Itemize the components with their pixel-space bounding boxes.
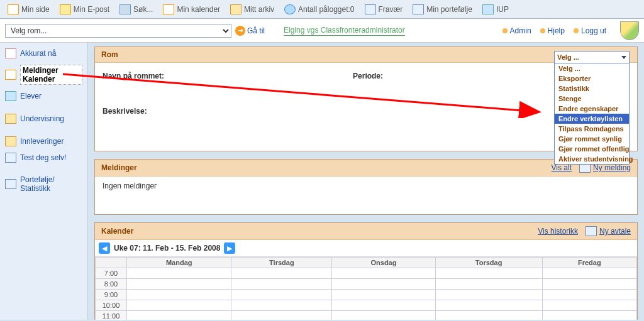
user-icon bbox=[5, 91, 16, 101]
menu-min-kalender[interactable]: Min kalender bbox=[159, 3, 224, 16]
dot-icon bbox=[574, 28, 579, 33]
calendar-cell[interactable] bbox=[127, 268, 231, 279]
calendar-cell[interactable] bbox=[542, 279, 636, 290]
rom-action-option[interactable]: Statistikk bbox=[555, 84, 629, 94]
next-week-button[interactable]: ▶ bbox=[224, 242, 235, 254]
sidebar-item-undervisning[interactable]: Undervisning bbox=[0, 111, 87, 127]
calendar-cell[interactable] bbox=[231, 290, 332, 300]
rom-action-option[interactable]: Gjør rommet synlig bbox=[555, 134, 629, 144]
calendar-cell[interactable] bbox=[332, 290, 435, 300]
document-icon bbox=[365, 4, 376, 14]
sidebar-item-portefolje-statistikk[interactable]: Portefølje/ Statistikk bbox=[0, 172, 87, 196]
new-appointment-link[interactable]: Ny avtale bbox=[586, 226, 631, 236]
calendar-cell[interactable] bbox=[127, 300, 231, 311]
menu-label: Mitt arkiv bbox=[244, 5, 274, 14]
calendar-cell[interactable] bbox=[231, 279, 332, 290]
dot-icon bbox=[540, 28, 545, 33]
meldinger-panel: Meldinger Vis alt Ny melding Ingen meldi… bbox=[94, 159, 638, 215]
new-appointment-icon bbox=[586, 226, 597, 236]
main-content: Rom Velg ... Velg ...EksporterStatistikk… bbox=[88, 43, 644, 320]
link-label: Logg ut bbox=[581, 26, 606, 35]
calendar-cell[interactable] bbox=[127, 290, 231, 300]
calendar-cell[interactable] bbox=[435, 300, 542, 311]
rom-action-select[interactable]: Velg ... Velg ...EksporterStatistikkSten… bbox=[554, 51, 630, 165]
sidebar-item-elever[interactable]: Elever bbox=[0, 88, 87, 104]
classfronter-admin-link[interactable]: Elging vgs Classfronteradministrator bbox=[284, 26, 405, 36]
room-select-dropdown[interactable]: Velg rom... bbox=[5, 24, 231, 38]
calendar-day-header: Fredag bbox=[542, 258, 636, 268]
calendar-cell[interactable] bbox=[332, 279, 435, 290]
menu-mitt-arkiv[interactable]: Mitt arkiv bbox=[226, 3, 278, 16]
menu-antall-palogget[interactable]: Antall pålogget:0 bbox=[280, 3, 358, 16]
no-messages-text: Ingen meldinger bbox=[103, 182, 157, 190]
rom-action-option[interactable]: Stenge bbox=[555, 94, 629, 104]
calendar-cell[interactable] bbox=[332, 268, 435, 279]
rom-action-option[interactable]: Velg ... bbox=[555, 63, 629, 73]
calendar-day-header: Mandag bbox=[127, 258, 231, 268]
calendar-time-cell: 10:00 bbox=[96, 300, 127, 311]
rom-action-select-head[interactable]: Velg ... bbox=[554, 51, 630, 63]
calendar-cell[interactable] bbox=[332, 300, 435, 311]
calendar-cell[interactable] bbox=[127, 279, 231, 290]
menu-fravaer[interactable]: Fravær bbox=[361, 3, 407, 16]
menu-label: Søk... bbox=[133, 5, 153, 14]
rom-action-option[interactable]: Endre verktøylisten bbox=[555, 114, 629, 124]
kalender-panel-header: Kalender Vis historikk Ny avtale bbox=[95, 223, 637, 240]
calendar-cell[interactable] bbox=[435, 290, 542, 300]
calendar-cell[interactable] bbox=[435, 268, 542, 279]
calendar-row: 11:00 bbox=[96, 311, 637, 320]
calendar-cell[interactable] bbox=[542, 268, 636, 279]
chevron-down-icon bbox=[621, 56, 626, 59]
menu-iup[interactable]: IUP bbox=[479, 3, 513, 16]
calendar-cell[interactable] bbox=[435, 279, 542, 290]
mail-icon bbox=[60, 4, 71, 14]
top-menu-bar: Min side Min E-post Søk... Min kalender … bbox=[0, 0, 644, 19]
rom-action-option[interactable]: Endre egenskaper bbox=[555, 104, 629, 114]
rom-action-option[interactable]: Tilpass Romdagens bbox=[555, 124, 629, 134]
admin-link[interactable]: Admin bbox=[502, 26, 531, 35]
rom-action-option[interactable]: Gjør rommet offentlig bbox=[555, 144, 629, 154]
calendar-cell[interactable] bbox=[435, 311, 542, 320]
sidebar-item-test-deg-selv[interactable]: Test deg selv! bbox=[0, 150, 87, 166]
panel-title: Rom bbox=[101, 50, 118, 59]
left-sidebar: Akkurat nå Meldinger Kalender Elever Und… bbox=[0, 43, 88, 320]
calendar-day-header: Tirsdag bbox=[231, 258, 332, 268]
folder-icon bbox=[5, 136, 16, 146]
menu-min-portefolje[interactable]: Min portefølje bbox=[409, 3, 476, 16]
rom-action-option[interactable]: Eksporter bbox=[555, 73, 629, 84]
logout-link[interactable]: Logg ut bbox=[574, 26, 606, 35]
sidebar-item-meldinger-kalender[interactable]: Meldinger Kalender bbox=[0, 62, 87, 88]
menu-sok[interactable]: Søk... bbox=[116, 3, 157, 16]
calendar-icon bbox=[163, 4, 174, 14]
folder-icon bbox=[230, 4, 242, 14]
calendar-cell[interactable] bbox=[542, 290, 636, 300]
rom-action-option[interactable]: Aktiver studentvisning bbox=[555, 154, 629, 164]
view-history-link[interactable]: Vis historikk bbox=[538, 226, 578, 236]
sidebar-item-label: Undervisning bbox=[20, 114, 64, 123]
calendar-row: 10:00 bbox=[96, 300, 637, 311]
page-icon bbox=[5, 48, 16, 58]
calendar-cell[interactable] bbox=[231, 311, 332, 320]
calendar-cell[interactable] bbox=[127, 311, 231, 320]
prev-week-button[interactable]: ◀ bbox=[99, 242, 110, 254]
calendar-icon bbox=[5, 70, 16, 80]
calendar-cell[interactable] bbox=[542, 311, 636, 320]
calendar-time-cell: 11:00 bbox=[96, 311, 127, 320]
calendar-cell[interactable] bbox=[542, 300, 636, 311]
help-link[interactable]: Hjelp bbox=[540, 26, 565, 35]
menu-label: Min side bbox=[21, 5, 50, 14]
menu-min-epost[interactable]: Min E-post bbox=[56, 3, 113, 16]
calendar-day-header: Onsdag bbox=[332, 258, 435, 268]
menu-min-side[interactable]: Min side bbox=[4, 3, 53, 16]
header-right-links: Admin Hjelp Logg ut bbox=[502, 21, 639, 40]
room-period-label: Periode: bbox=[353, 72, 383, 80]
calendar-cell[interactable] bbox=[231, 268, 332, 279]
calendar-cell[interactable] bbox=[332, 311, 435, 320]
rom-action-options-list: Velg ...EksporterStatistikkStengeEndre e… bbox=[554, 63, 630, 165]
go-button[interactable]: ➜ Gå til bbox=[235, 26, 265, 36]
link-label: Admin bbox=[510, 26, 531, 35]
sidebar-item-innleveringer[interactable]: Innleveringer bbox=[0, 133, 87, 150]
calendar-cell[interactable] bbox=[231, 300, 332, 311]
sidebar-item-akkurat-na[interactable]: Akkurat nå bbox=[0, 45, 87, 62]
document-icon bbox=[5, 153, 16, 163]
